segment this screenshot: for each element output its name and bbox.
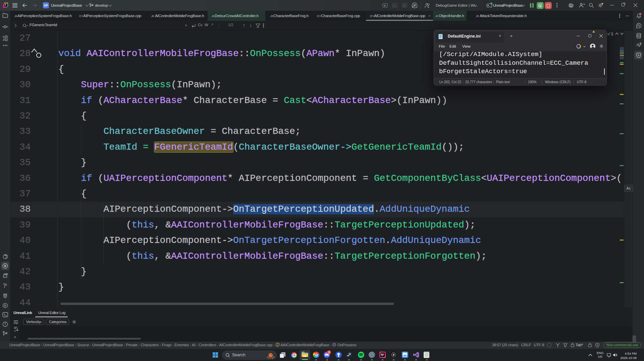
svg-text:1: 1 bbox=[611, 32, 613, 36]
